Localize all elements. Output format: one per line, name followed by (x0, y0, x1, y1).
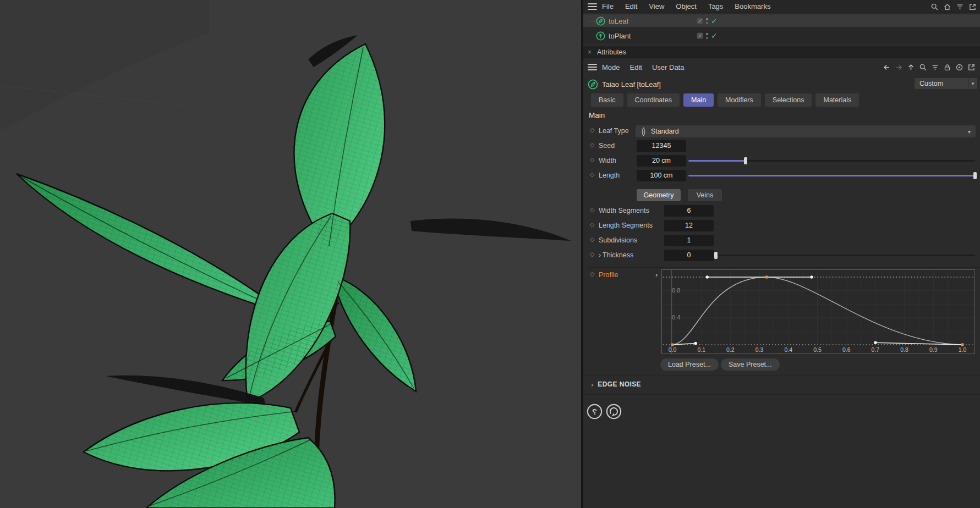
leaf-type-label: Leaf Type (599, 127, 629, 135)
panel-title: Attributes (597, 48, 626, 56)
visibility-dots[interactable] (706, 18, 708, 24)
seed-input[interactable]: 12345 (637, 140, 686, 152)
subtab-geometry[interactable]: Geometry (637, 189, 681, 201)
key-diamond-icon[interactable]: ◇ (590, 207, 594, 213)
tab-modifiers[interactable]: Modifiers (718, 93, 761, 107)
width-segments-label: Width Segments (599, 207, 649, 214)
section-title: Main (589, 111, 605, 119)
leaf-object-icon[interactable] (596, 16, 605, 26)
save-preset-button[interactable]: Save Preset... (721, 358, 780, 371)
menu-view[interactable]: View (649, 2, 664, 10)
menu-file[interactable]: File (602, 2, 614, 10)
object-name[interactable]: toPlant (609, 32, 631, 40)
close-icon[interactable]: × (588, 48, 592, 56)
track-target-icon[interactable] (955, 63, 963, 71)
edge-noise-group[interactable]: › EDGE NOISE (583, 379, 980, 390)
width-slider[interactable] (688, 159, 975, 163)
leaf-type-select[interactable]: Standard ▾ (636, 125, 976, 137)
tree-branch-line (590, 21, 595, 22)
visibility-dots[interactable] (706, 33, 708, 39)
filter-icon[interactable] (931, 63, 939, 71)
chevron-down-icon[interactable]: ▾ (968, 78, 977, 89)
object-row-toplant[interactable]: toPlant ✓ (583, 29, 980, 43)
menu-tags[interactable]: Tags (708, 2, 723, 10)
length-input[interactable]: 100 cm (637, 170, 686, 181)
key-diamond-icon[interactable]: ◇ (590, 172, 594, 178)
enabled-check-icon[interactable]: ✓ (711, 17, 718, 25)
history-forward-icon[interactable] (895, 63, 903, 71)
tab-coordinates[interactable]: Coordinates (627, 93, 680, 107)
lock-icon[interactable] (943, 63, 951, 71)
x-axis-tick: 0.3 (755, 346, 764, 353)
search-icon[interactable] (930, 3, 939, 11)
tree-branch-line (590, 36, 595, 36)
length-segments-input[interactable]: 12 (664, 220, 714, 231)
menu-object[interactable]: Object (676, 2, 697, 10)
reset-icon[interactable] (605, 403, 622, 420)
plant-object-icon[interactable] (596, 31, 605, 41)
x-axis-tick: 1.0 (959, 346, 967, 353)
menu-user-data[interactable]: User Data (652, 63, 685, 71)
length-segments-label: Length Segments (599, 222, 653, 229)
leaf-type-value: Standard (651, 128, 679, 135)
open-window-icon[interactable] (968, 3, 977, 11)
y-axis-tick: 0.4 (672, 314, 680, 321)
open-window-icon[interactable] (967, 63, 976, 71)
load-preset-button[interactable]: Load Preset... (660, 358, 719, 371)
key-diamond-icon[interactable]: ◇ (590, 251, 594, 257)
search-icon[interactable] (919, 63, 927, 71)
preset-mode-dropdown[interactable]: Custom ▾ (915, 78, 977, 89)
viewport-3d[interactable] (0, 0, 582, 508)
thickness-row: ◇ ›Thickness 0 (583, 250, 980, 262)
object-title: Taiao Leaf [toLeaf] (602, 80, 661, 89)
tab-materials[interactable]: Materials (815, 93, 859, 107)
subtab-veins[interactable]: Veins (688, 189, 722, 201)
menu-bookmarks[interactable]: Bookmarks (735, 2, 770, 10)
edit-toggle-icon[interactable] (697, 32, 703, 39)
object-name[interactable]: toLeaf (609, 17, 628, 25)
x-axis-tick: 0.4 (784, 346, 792, 353)
edit-toggle-icon[interactable] (697, 18, 703, 24)
length-row: ◇ Length 100 cm (583, 170, 980, 182)
help-icon[interactable]: ? (586, 403, 603, 420)
preset-mode-value: Custom (919, 80, 968, 87)
attributes-menu-icon[interactable] (588, 64, 597, 70)
profile-curve-editor[interactable]: 0.8 0.4 0.0 0.1 0.2 0.3 0.4 0.5 0.6 0.7 … (661, 269, 975, 354)
key-diamond-icon[interactable]: ◇ (590, 157, 594, 163)
thickness-slider[interactable] (716, 254, 975, 257)
menu-edit-attr[interactable]: Edit (630, 63, 642, 71)
tab-selections[interactable]: Selections (765, 93, 812, 107)
key-diamond-icon[interactable]: ◇ (590, 142, 594, 148)
enabled-check-icon[interactable]: ✓ (711, 32, 718, 40)
object-manager: toLeaf ✓ toPlant ✓ (583, 14, 980, 43)
key-diamond-icon[interactable]: ◇ (590, 222, 594, 228)
menu-mode[interactable]: Mode (602, 63, 620, 71)
object-row-toleaf[interactable]: toLeaf ✓ (583, 14, 980, 28)
length-slider[interactable] (688, 174, 975, 178)
thickness-input[interactable]: 0 (664, 250, 714, 261)
leaf-object-icon (588, 79, 598, 90)
profile-expander-icon[interactable]: › (655, 270, 658, 279)
tab-main[interactable]: Main (683, 93, 714, 107)
menu-edit[interactable]: Edit (625, 2, 637, 10)
width-input[interactable]: 20 cm (637, 155, 686, 167)
slider-handle[interactable] (714, 252, 718, 259)
slider-handle[interactable] (744, 157, 747, 164)
filter-icon[interactable] (956, 3, 964, 11)
width-label: Width (599, 157, 616, 164)
history-back-icon[interactable] (883, 63, 891, 71)
x-axis-tick: 0.8 (900, 346, 908, 353)
parent-up-icon[interactable] (907, 63, 915, 71)
slider-handle[interactable] (973, 172, 977, 179)
subdivisions-input[interactable]: 1 (664, 235, 714, 246)
length-label: Length (599, 172, 620, 179)
width-segments-input[interactable]: 6 (664, 205, 714, 217)
key-diamond-icon[interactable]: ◇ (590, 271, 594, 277)
key-diamond-icon[interactable]: ◇ (590, 236, 594, 242)
home-icon[interactable] (943, 3, 951, 11)
tab-basic[interactable]: Basic (591, 93, 623, 107)
menu-icon[interactable] (588, 3, 597, 10)
expander-chevron-icon[interactable]: › (599, 251, 601, 259)
key-diamond-icon[interactable]: ◇ (590, 127, 594, 133)
attributes-panel-header: × Attributes (583, 46, 980, 58)
